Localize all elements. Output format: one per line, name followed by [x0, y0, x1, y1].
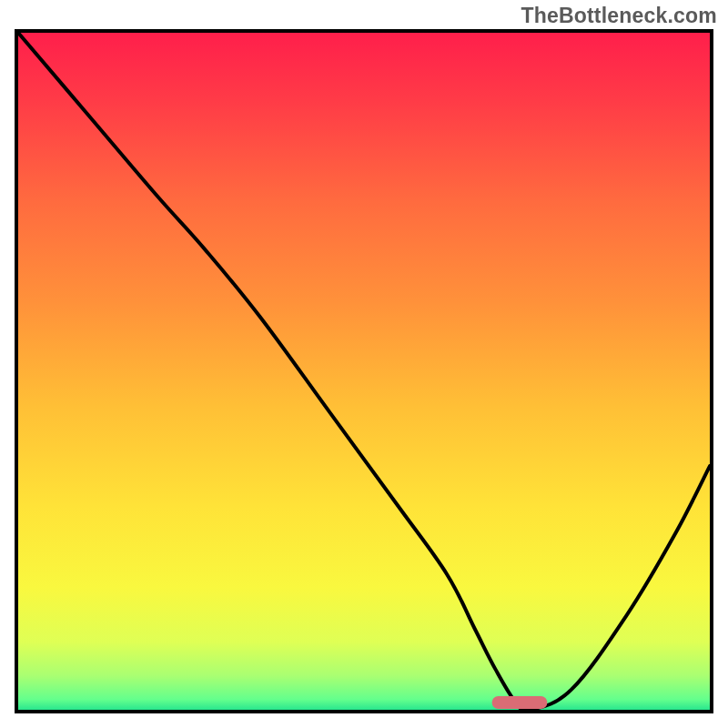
optimal-marker [492, 696, 548, 709]
chart-container: TheBottleneck.com [0, 0, 728, 728]
plot-svg [18, 33, 710, 710]
watermark-text: TheBottleneck.com [521, 4, 717, 28]
gradient-background [18, 33, 710, 710]
plot-frame [15, 29, 713, 713]
